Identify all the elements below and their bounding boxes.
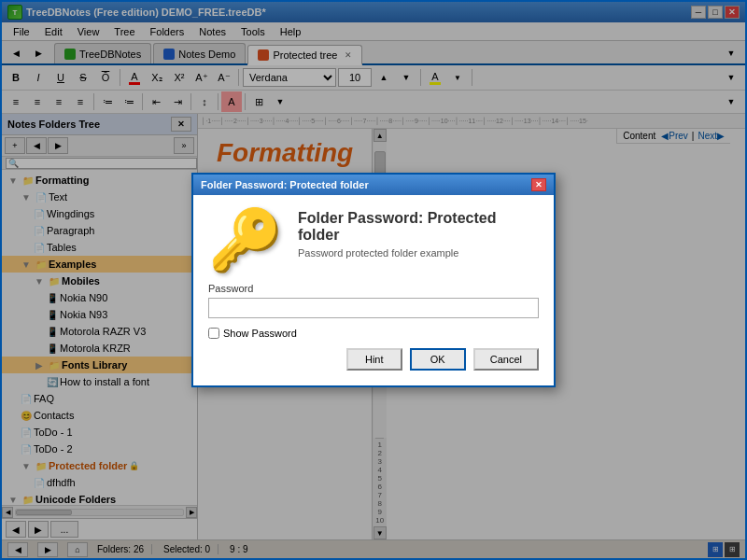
modal-header: 🔑 Folder Password: Protected folder Pass…: [208, 210, 539, 270]
show-password-checkbox[interactable]: [208, 328, 219, 339]
modal-title-text: Folder Password: Protected folder: [201, 179, 369, 190]
password-label: Password: [208, 283, 539, 294]
key-icon: 🔑: [208, 210, 283, 270]
show-password-row: Show Password: [208, 328, 539, 339]
show-password-label: Show Password: [223, 328, 297, 339]
main-area: Notes Folders Tree ✕ + ◀ ▶ » 🔍 ▼: [2, 114, 745, 539]
modal-overlay: Folder Password: Protected folder ✕ 🔑 Fo…: [2, 114, 745, 539]
password-modal: Folder Password: Protected folder ✕ 🔑 Fo…: [191, 173, 556, 387]
modal-subtitle: Password protected folder example: [298, 247, 539, 259]
modal-close-button[interactable]: ✕: [531, 178, 546, 191]
modal-buttons: Hint OK Cancel: [208, 348, 539, 371]
cancel-button[interactable]: Cancel: [473, 348, 539, 371]
hint-button[interactable]: Hint: [346, 348, 402, 371]
ok-button[interactable]: OK: [410, 348, 466, 371]
modal-main-title: Folder Password: Protected folder: [298, 210, 539, 244]
modal-title-bar: Folder Password: Protected folder ✕: [193, 175, 554, 195]
modal-body: 🔑 Folder Password: Protected folder Pass…: [193, 195, 554, 385]
app-window: T TreeDBNotes (Free edition) DEMO_FREE.t…: [0, 0, 747, 560]
password-input[interactable]: [208, 298, 539, 318]
modal-header-text: Folder Password: Protected folder Passwo…: [298, 210, 539, 259]
